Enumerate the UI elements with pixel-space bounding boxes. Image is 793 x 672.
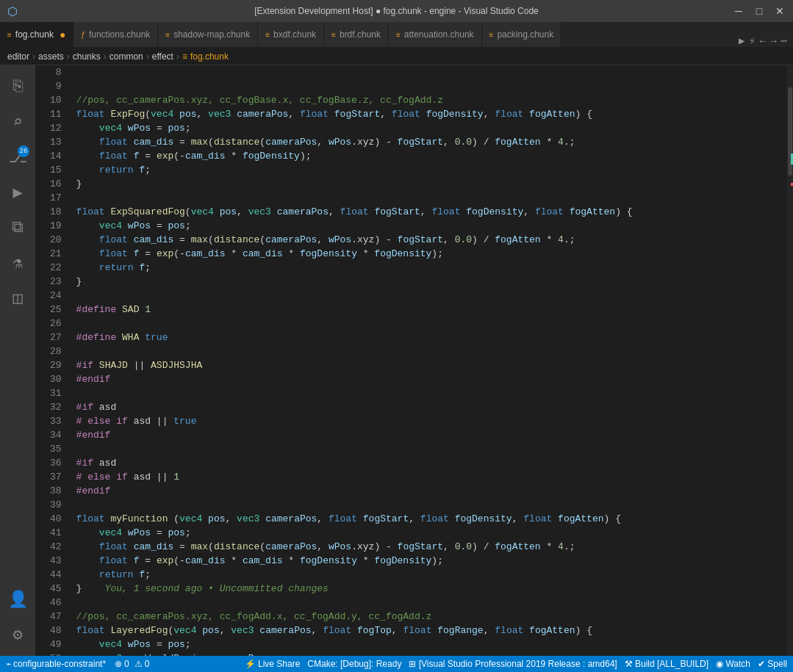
activity-icon-test[interactable]: ⚗ xyxy=(0,245,35,281)
activity-icon-accounts[interactable]: 👤 xyxy=(0,582,35,617)
code-line xyxy=(76,289,787,303)
spell-label: ✔ Spell xyxy=(758,659,787,669)
activity-icon-extensions[interactable]: ⧉ xyxy=(0,210,35,245)
tab-brdf[interactable]: ≡brdf.chunk xyxy=(324,22,389,47)
tab-bxdf[interactable]: ≡bxdf.chunk xyxy=(258,22,324,47)
activity-badge: 26 xyxy=(18,145,29,157)
navigate-forward-icon[interactable]: → xyxy=(770,35,776,47)
line-number: 8 xyxy=(50,65,62,79)
navigate-back-icon[interactable]: ← xyxy=(760,35,766,47)
tab-file-icon: ≡ xyxy=(331,31,336,39)
code-line xyxy=(76,344,787,358)
file-icon: ≡ xyxy=(182,51,187,62)
tab-attenuation[interactable]: ≡attenuation.chunk xyxy=(389,22,482,47)
tab-file-icon: ƒ xyxy=(81,31,85,39)
code-line: //pos, cc_cameraPos.xyz, cc_fogBase.x, c… xyxy=(76,93,787,107)
code-line: vec4 wPos = pos; xyxy=(76,219,787,233)
status-watch[interactable]: ◉ Watch xyxy=(716,659,750,669)
line-number: 19 xyxy=(50,219,62,233)
code-line: # else if asd || true xyxy=(76,414,787,428)
status-build[interactable]: ⚒ Build [ALL_BUILD] xyxy=(625,659,708,669)
run-icon[interactable]: ▶ xyxy=(739,35,744,47)
line-number: 43 xyxy=(50,554,62,568)
line-number: 34 xyxy=(50,428,62,442)
code-content: 8910111213141516171819202122232425262728… xyxy=(35,65,787,656)
tabs-container: ≡fog.chunk●ƒfunctions.chunk≡shadow-map.c… xyxy=(0,22,733,47)
line-number: 12 xyxy=(50,121,62,135)
code-line xyxy=(76,596,787,610)
tab-functions[interactable]: ƒfunctions.chunk xyxy=(73,22,158,47)
remote-label: configurable-constraint* xyxy=(13,659,106,669)
line-number: 44 xyxy=(50,568,62,582)
remote-icon: ⌁ xyxy=(6,659,11,669)
tab-bar: ≡fog.chunk●ƒfunctions.chunk≡shadow-map.c… xyxy=(0,22,793,48)
code-line: #endif xyxy=(76,484,787,498)
activity-bar: ⎘⌕⎇26▶⧉⚗◫ 👤 ⚙ xyxy=(0,65,35,656)
tab-label: attenuation.chunk xyxy=(404,29,474,40)
activity-icon-run[interactable]: ▶ xyxy=(0,175,35,210)
activity-icon-source-control[interactable]: ⎇26 xyxy=(0,140,35,175)
activity-icon-settings[interactable]: ⚙ xyxy=(0,617,35,652)
line-number: 40 xyxy=(50,512,62,526)
breadcrumb-part[interactable]: chunks xyxy=(73,51,101,62)
activity-icon-remote[interactable]: ◫ xyxy=(0,281,35,316)
status-cmake[interactable]: CMake: [Debug]: Ready xyxy=(307,659,401,669)
status-errors[interactable]: ⊗ 0 ⚠ 0 xyxy=(115,659,149,669)
code-line: #endif xyxy=(76,428,787,442)
tab-label: functions.chunk xyxy=(89,29,150,40)
line-number: 11 xyxy=(50,107,62,121)
line-number: 14 xyxy=(50,149,62,163)
code-line: # else if asd || 1 xyxy=(76,470,787,484)
line-number: 29 xyxy=(50,358,62,372)
code-line: #endif xyxy=(76,372,787,386)
more-actions-icon[interactable]: ⋯ xyxy=(781,35,787,47)
line-number: 28 xyxy=(50,344,62,358)
breadcrumb-part[interactable]: editor xyxy=(7,51,29,62)
line-number: 33 xyxy=(50,414,62,428)
minimize-button[interactable]: ─ xyxy=(731,5,746,17)
debug-icon[interactable]: ⚡ xyxy=(749,35,755,47)
build-label: ⚒ Build [ALL_BUILD] xyxy=(625,659,708,669)
line-number: 41 xyxy=(50,526,62,540)
tab-fog[interactable]: ≡fog.chunk● xyxy=(0,22,73,47)
error-icon: ⊗ xyxy=(115,659,122,669)
code-line: float f = exp(-cam_dis * cam_dis * fogDe… xyxy=(76,247,787,261)
line-number: 50 xyxy=(50,651,62,656)
line-number: 22 xyxy=(50,261,62,275)
code-line xyxy=(76,386,787,400)
breadcrumb-part[interactable]: effect xyxy=(152,51,173,62)
activity-icons-bottom: 👤 ⚙ xyxy=(0,582,35,656)
code-editor[interactable]: 8910111213141516171819202122232425262728… xyxy=(35,65,787,656)
line-number: 35 xyxy=(50,442,62,456)
breadcrumb-current: ≡ fog.chunk xyxy=(182,51,229,62)
code-line: vec4 wPos = pos; xyxy=(76,637,787,651)
status-remote[interactable]: ⌁ configurable-constraint* xyxy=(6,659,106,669)
tab-shadow-map[interactable]: ≡shadow-map.chunk xyxy=(158,22,258,47)
code-line: vec3 camWorldProj = cameraPos.xyz; xyxy=(76,651,787,656)
line-number: 25 xyxy=(50,303,62,317)
status-liveshare[interactable]: ⚡ Live Share xyxy=(245,659,300,669)
code-line: float cam_dis = max(distance(cameraPos, … xyxy=(76,540,787,554)
breadcrumb-part[interactable]: common xyxy=(110,51,143,62)
breadcrumb-part[interactable]: assets xyxy=(38,51,64,62)
tab-packing[interactable]: ≡packing.chunk xyxy=(482,22,562,47)
status-vs[interactable]: ⊞ [Visual Studio Professional 2019 Relea… xyxy=(409,659,617,669)
code-line xyxy=(76,442,787,456)
line-number: 21 xyxy=(50,247,62,261)
close-button[interactable]: ✕ xyxy=(772,5,787,17)
activity-icon-search[interactable]: ⌕ xyxy=(0,104,35,140)
code-line xyxy=(76,65,787,79)
window-title: [Extension Development Host] ● fog.chunk… xyxy=(254,6,539,16)
code-lines[interactable]: //pos, cc_cameraPos.xyz, cc_fogBase.x, c… xyxy=(69,65,787,656)
line-number: 20 xyxy=(50,233,62,247)
watch-label: ◉ Watch xyxy=(716,659,750,669)
status-spell[interactable]: ✔ Spell xyxy=(758,659,787,669)
window-controls: ─ □ ✕ xyxy=(731,5,787,17)
line-number: 9 xyxy=(50,79,62,93)
code-line xyxy=(76,498,787,512)
activity-icon-explorer[interactable]: ⎘ xyxy=(0,69,35,104)
status-right: ⚡ Live Share CMake: [Debug]: Ready ⊞ [Vi… xyxy=(245,659,787,669)
title-bar: ⬡ [Extension Development Host] ● fog.chu… xyxy=(0,0,793,22)
restore-button[interactable]: □ xyxy=(752,5,767,17)
scrollbar[interactable] xyxy=(787,65,793,656)
